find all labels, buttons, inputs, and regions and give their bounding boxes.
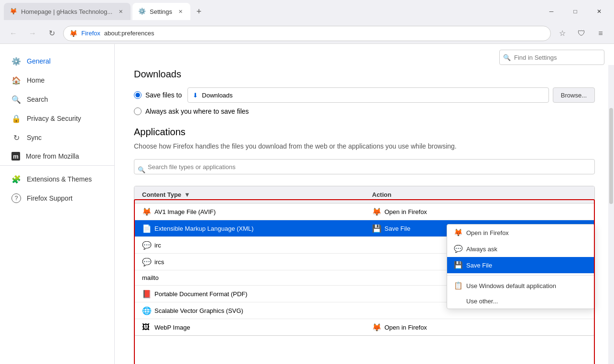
reload-button[interactable]: ↻ xyxy=(44,26,59,41)
title-bar: 🦊 Homepage | gHacks Technolog... ✕ ⚙️ Se… xyxy=(0,0,614,23)
scrollbar-track xyxy=(608,44,614,364)
minimize-button[interactable]: ─ xyxy=(540,4,562,19)
sidebar-item-general[interactable]: ⚙️ General xyxy=(4,52,110,71)
tab-ghacks-title: Homepage | gHacks Technolog... xyxy=(21,8,112,15)
applications-section-title: Applications xyxy=(134,127,595,138)
browse-button[interactable]: Browse... xyxy=(553,87,595,103)
ircs-type-cell: 💬 ircs xyxy=(134,254,364,270)
irc-file-icon: 💬 xyxy=(142,241,151,249)
irc-type-cell: 💬 irc xyxy=(134,237,364,253)
find-in-settings-input[interactable] xyxy=(499,50,604,65)
nav-bar: ← → ↻ 🦊 Firefox about:preferences ☆ 🛡 ≡ xyxy=(0,23,614,44)
nav-firefox-label: Firefox xyxy=(81,30,100,37)
gear-icon: ⚙️ xyxy=(11,56,21,66)
av1-file-icon: 🦊 xyxy=(142,207,151,216)
new-tab-button[interactable]: + xyxy=(192,5,206,18)
tab-settings-close[interactable]: ✕ xyxy=(176,7,185,16)
bookmark-button[interactable]: ☆ xyxy=(555,26,570,41)
search-apps-icon: 🔍 xyxy=(138,166,145,173)
always-ask-row: Always ask you where to save files xyxy=(134,107,595,115)
tab-settings[interactable]: ⚙️ Settings ✕ xyxy=(132,3,190,20)
content-inner: Downloads Save files to ⬇ Downloads Brow… xyxy=(115,65,614,345)
search-apps-wrapper: 🔍 xyxy=(134,159,595,180)
dropdown-divider xyxy=(447,275,594,276)
sidebar-general-label: General xyxy=(27,57,51,65)
table-header: Content Type ▼ Action xyxy=(134,186,594,203)
search-apps-input[interactable] xyxy=(134,159,595,174)
maximize-button[interactable]: □ xyxy=(564,4,586,19)
forward-button[interactable]: → xyxy=(25,26,40,41)
firefox-icon: 🦊 xyxy=(69,30,77,37)
downloads-path: ⬇ Downloads xyxy=(187,87,549,103)
webp-type-cell: 🖼 WebP Image xyxy=(134,319,364,335)
sidebar-sync-label: Sync xyxy=(27,134,42,141)
save-files-to-label[interactable]: Save files to xyxy=(134,91,182,99)
mailto-type-cell: mailto xyxy=(134,270,364,285)
home-icon: 🏠 xyxy=(11,75,21,85)
sidebar-support-label: Firefox Support xyxy=(27,194,73,202)
svg-file-icon: 🌐 xyxy=(142,306,151,315)
sidebar-item-support[interactable]: ? Firefox Support xyxy=(4,189,110,208)
find-input-icon: 🔍 xyxy=(503,54,511,61)
applications-description: Choose how Firefox handles the files you… xyxy=(134,141,595,151)
sidebar-extensions-label: Extensions & Themes xyxy=(27,175,92,183)
tab-ghacks-icon: 🦊 xyxy=(10,8,17,15)
xml-file-icon: 📄 xyxy=(142,224,151,233)
downloads-section-title: Downloads xyxy=(134,69,595,80)
sidebar-item-more[interactable]: m More from Mozilla xyxy=(4,147,110,165)
action-dropdown-menu: 🦊 Open in Firefox 💬 Always ask 💾 Save Fi… xyxy=(447,224,595,309)
lock-icon: 🔒 xyxy=(11,114,21,123)
close-button[interactable]: ✕ xyxy=(588,4,610,19)
sidebar-home-label: Home xyxy=(27,76,44,84)
table-row-webp: 🖼 WebP Image 🦊 Open in Firefox xyxy=(134,319,594,335)
back-button[interactable]: ← xyxy=(6,26,21,41)
always-ask-option-icon: 💬 xyxy=(454,245,462,253)
content-type-header: Content Type ▼ xyxy=(134,186,364,203)
address-bar[interactable]: 🦊 Firefox about:preferences xyxy=(63,26,551,41)
sidebar-item-home[interactable]: 🏠 Home xyxy=(4,71,110,90)
dropdown-windows-default[interactable]: 📋 Use Windows default application xyxy=(447,278,594,294)
downloads-path-container: ⬇ Downloads Browse... xyxy=(187,87,595,103)
scrollbar-thumb[interactable] xyxy=(609,108,613,204)
xml-action-icon: 💾 xyxy=(372,224,381,233)
search-icon: 🔍 xyxy=(11,95,21,104)
dropdown-always-ask[interactable]: 💬 Always ask xyxy=(447,241,594,257)
mozilla-icon: m xyxy=(11,152,20,161)
content-area: 🔍 Downloads Save files to ⬇ Downloads xyxy=(115,44,614,364)
dropdown-use-other[interactable]: Use other... xyxy=(447,294,594,309)
downloads-path-text: Downloads xyxy=(202,92,232,99)
windows-default-option-icon: 📋 xyxy=(454,281,462,290)
sidebar-item-extensions[interactable]: 🧩 Extensions & Themes xyxy=(4,170,110,189)
dropdown-save-file[interactable]: 💾 Save File xyxy=(447,257,594,273)
sidebar-item-sync[interactable]: ↻ Sync xyxy=(4,128,110,147)
svg-type-cell: 🌐 Scalable Vector Graphics (SVG) xyxy=(134,302,364,319)
save-files-to-radio[interactable] xyxy=(134,91,142,99)
always-ask-label[interactable]: Always ask you where to save files xyxy=(145,107,249,115)
window-controls: ─ □ ✕ xyxy=(540,4,610,19)
always-ask-radio[interactable] xyxy=(134,107,142,115)
address-url: about:preferences xyxy=(104,30,154,37)
shield-button[interactable]: 🛡 xyxy=(574,26,589,41)
tab-ghacks[interactable]: 🦊 Homepage | gHacks Technolog... ✕ xyxy=(4,3,131,20)
find-in-settings-bar: 🔍 xyxy=(115,44,614,65)
content-wrapper: Content Type ▼ Action 🦊 AV1 Image F xyxy=(134,186,595,336)
sidebar-item-privacy[interactable]: 🔒 Privacy & Security xyxy=(4,109,110,128)
download-arrow-icon: ⬇ xyxy=(193,92,198,99)
sidebar-item-search[interactable]: 🔍 Search xyxy=(4,90,110,109)
dropdown-open-firefox[interactable]: 🦊 Open in Firefox xyxy=(447,225,594,241)
webp-action-cell[interactable]: 🦊 Open in Firefox xyxy=(364,319,594,335)
xml-type-cell: 📄 Extensible Markup Language (XML) xyxy=(134,220,364,236)
downloads-row: Save files to ⬇ Downloads Browse... xyxy=(134,87,595,103)
webp-action-icon: 🦊 xyxy=(372,323,381,332)
support-icon: ? xyxy=(11,193,21,203)
find-input-wrapper: 🔍 xyxy=(499,50,604,65)
av1-action-cell[interactable]: 🦊 Open in Firefox xyxy=(364,203,594,220)
pdf-file-icon: 📕 xyxy=(142,289,151,298)
menu-button[interactable]: ≡ xyxy=(593,26,608,41)
av1-type-cell: 🦊 AV1 Image File (AVIF) xyxy=(134,203,364,220)
tab-ghacks-close[interactable]: ✕ xyxy=(116,7,125,16)
tab-settings-title: Settings xyxy=(150,8,172,15)
sync-icon: ↻ xyxy=(11,133,21,142)
ircs-file-icon: 💬 xyxy=(142,257,151,266)
action-header: Action xyxy=(364,186,594,203)
